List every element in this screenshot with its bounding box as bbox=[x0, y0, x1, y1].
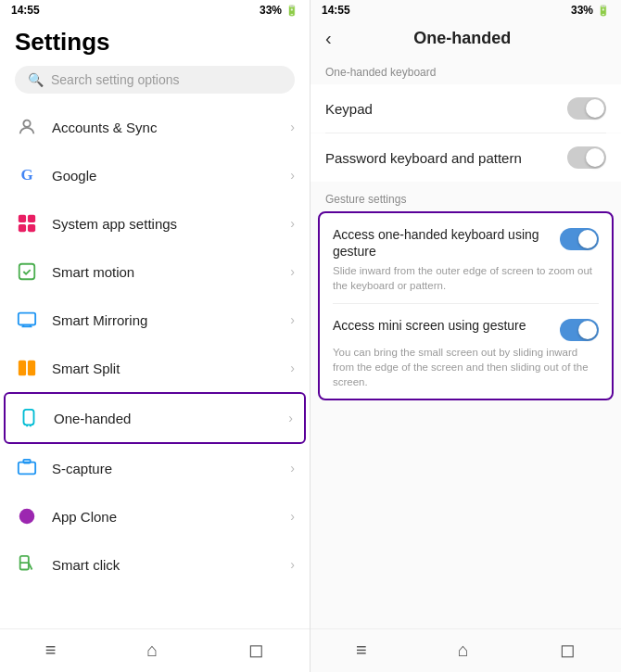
sidebar-label-accounts: Accounts & Sync bbox=[52, 120, 277, 135]
keypad-label: Keypad bbox=[325, 101, 373, 117]
chevron-icon: › bbox=[290, 312, 295, 327]
sidebar-item-s-capture[interactable]: S-capture › bbox=[0, 444, 310, 492]
google-icon: G bbox=[15, 163, 39, 187]
chevron-icon: › bbox=[290, 264, 295, 279]
gesture-section-label: Gesture settings bbox=[310, 182, 621, 211]
password-toggle[interactable] bbox=[567, 146, 606, 169]
gesture-item-mini-screen: Access mini screen using gesture You can… bbox=[320, 304, 612, 399]
svg-rect-3 bbox=[19, 224, 26, 232]
sidebar-item-one-handed[interactable]: One-handed › bbox=[4, 392, 306, 444]
left-status-bar: 14:55 33% 🔋 bbox=[0, 0, 310, 20]
right-nav-back-icon[interactable]: ◻ bbox=[560, 639, 576, 661]
battery-icon-right: 🔋 bbox=[597, 5, 610, 17]
sidebar-label-one-handed: One-handed bbox=[54, 411, 275, 426]
svg-rect-5 bbox=[19, 264, 35, 280]
left-battery: 33% bbox=[260, 4, 282, 17]
left-title: Settings bbox=[0, 20, 310, 66]
smart-split-icon bbox=[15, 356, 39, 380]
sidebar-label-smart-click: Smart click bbox=[52, 557, 277, 573]
chevron-icon: › bbox=[290, 461, 295, 475]
person-icon bbox=[15, 115, 39, 139]
chevron-icon: › bbox=[290, 509, 295, 524]
sidebar-label-smart-split: Smart Split bbox=[52, 361, 277, 376]
one-handed-icon bbox=[17, 406, 41, 430]
right-time: 14:55 bbox=[322, 4, 350, 17]
chevron-icon: › bbox=[290, 557, 295, 572]
gesture-keyboard-title: Access one-handed keyboard using gesture bbox=[333, 226, 552, 260]
chevron-icon: › bbox=[290, 216, 295, 231]
gesture-item-mini-header: Access mini screen using gesture bbox=[333, 317, 599, 341]
right-nav-home-icon[interactable]: ⌂ bbox=[458, 640, 469, 661]
gesture-settings-box: Access one-handed keyboard using gesture… bbox=[318, 211, 614, 400]
left-bottom-nav: ≡ ⌂ ◻ bbox=[0, 628, 310, 672]
svg-rect-9 bbox=[24, 410, 34, 425]
sidebar-label-smart-motion: Smart motion bbox=[52, 264, 277, 280]
password-row: Password keyboard and pattern bbox=[310, 133, 621, 182]
svg-rect-10 bbox=[19, 463, 35, 475]
right-nav-menu-icon[interactable]: ≡ bbox=[356, 640, 367, 661]
right-status-bar: 14:55 33% 🔋 bbox=[310, 0, 621, 20]
svg-rect-6 bbox=[19, 313, 35, 325]
gesture-mini-title: Access mini screen using gesture bbox=[333, 317, 552, 334]
nav-back-icon[interactable]: ◻ bbox=[248, 639, 264, 661]
sidebar-item-accounts[interactable]: Accounts & Sync › bbox=[0, 103, 310, 151]
svg-point-0 bbox=[23, 120, 30, 127]
back-button[interactable]: ‹ bbox=[325, 28, 332, 49]
gesture-mini-desc: You can bring the small screen out by sl… bbox=[333, 345, 599, 389]
search-icon: 🔍 bbox=[28, 72, 44, 87]
right-spacer bbox=[310, 400, 621, 628]
gesture-item-keyboard: Access one-handed keyboard using gesture… bbox=[320, 213, 612, 303]
battery-icon: 🔋 bbox=[285, 5, 298, 17]
keypad-toggle[interactable] bbox=[567, 97, 606, 120]
right-bottom-nav: ≡ ⌂ ◻ bbox=[310, 628, 621, 672]
svg-rect-2 bbox=[28, 215, 35, 222]
svg-rect-8 bbox=[28, 361, 35, 376]
sidebar-label-app-clone: App Clone bbox=[52, 509, 277, 525]
sidebar-item-smart-click[interactable]: Smart click › bbox=[0, 540, 310, 589]
settings-list: Accounts & Sync › G Google › System app … bbox=[0, 103, 310, 628]
sidebar-label-s-capture: S-capture bbox=[52, 461, 277, 476]
svg-rect-1 bbox=[19, 215, 26, 222]
right-status-right: 33% 🔋 bbox=[571, 4, 610, 17]
password-label: Password keyboard and pattern bbox=[325, 150, 522, 166]
sidebar-item-smart-mirroring[interactable]: Smart Mirroring › bbox=[0, 296, 310, 344]
appclone-icon bbox=[15, 504, 39, 528]
left-status-right: 33% 🔋 bbox=[260, 4, 298, 17]
nav-home-icon[interactable]: ⌂ bbox=[146, 640, 158, 661]
sidebar-item-google[interactable]: G Google › bbox=[0, 151, 310, 199]
sidebar-item-smart-motion[interactable]: Smart motion › bbox=[0, 247, 310, 296]
gesture-keyboard-desc: Slide inward from the outer edge of scre… bbox=[333, 263, 599, 293]
right-panel: 14:55 33% 🔋 ‹ One-handed One-handed keyb… bbox=[310, 0, 621, 672]
search-bar[interactable]: 🔍 Search setting options bbox=[15, 66, 295, 94]
keypad-row: Keypad bbox=[310, 84, 621, 133]
search-input[interactable]: Search setting options bbox=[51, 72, 180, 87]
gesture-mini-toggle[interactable] bbox=[560, 319, 599, 341]
chevron-icon: › bbox=[290, 120, 295, 134]
left-time: 14:55 bbox=[11, 4, 40, 17]
smart-motion-icon bbox=[15, 260, 39, 284]
keyboard-section-label: One-handed keyboard bbox=[310, 57, 621, 84]
sidebar-label-google: Google bbox=[52, 168, 277, 184]
right-header: ‹ One-handed bbox=[310, 20, 621, 57]
svg-rect-4 bbox=[28, 224, 35, 232]
right-battery: 33% bbox=[571, 4, 593, 17]
smart-mirror-icon bbox=[15, 308, 39, 332]
gesture-item-keyboard-header: Access one-handed keyboard using gesture bbox=[333, 226, 599, 260]
sidebar-item-system-app[interactable]: System app settings › bbox=[0, 199, 310, 247]
svg-rect-7 bbox=[19, 361, 26, 376]
apps-icon bbox=[15, 211, 39, 235]
left-panel: 14:55 33% 🔋 Settings 🔍 Search setting op… bbox=[0, 0, 310, 672]
chevron-icon: › bbox=[290, 361, 295, 375]
nav-menu-icon[interactable]: ≡ bbox=[45, 640, 57, 661]
sidebar-label-smart-mirroring: Smart Mirroring bbox=[52, 312, 277, 328]
svg-point-12 bbox=[19, 509, 35, 525]
scapture-icon bbox=[15, 456, 39, 480]
chevron-icon: › bbox=[290, 168, 295, 183]
smartclick-icon bbox=[15, 552, 39, 577]
sidebar-item-smart-split[interactable]: Smart Split › bbox=[0, 344, 310, 392]
sidebar-item-app-clone[interactable]: App Clone › bbox=[0, 492, 310, 540]
sidebar-label-system-app: System app settings bbox=[52, 216, 277, 232]
gesture-keyboard-toggle[interactable] bbox=[560, 228, 599, 250]
chevron-icon: › bbox=[288, 411, 293, 425]
right-page-title: One-handed bbox=[341, 29, 606, 48]
